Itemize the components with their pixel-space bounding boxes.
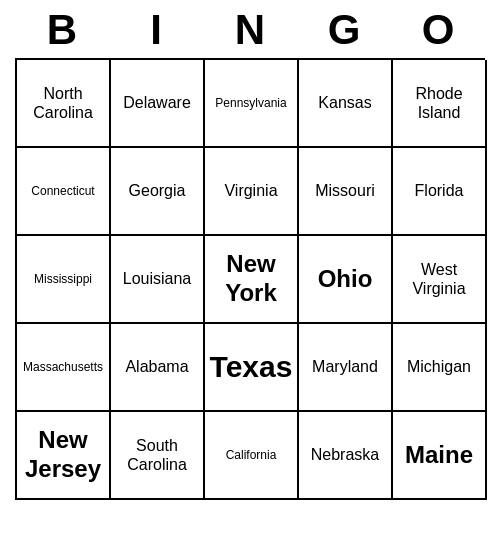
letter-o: O bbox=[394, 6, 482, 54]
bingo-cell: Kansas bbox=[299, 60, 393, 148]
bingo-cell: Maryland bbox=[299, 324, 393, 412]
letter-b: B bbox=[18, 6, 106, 54]
bingo-cell: Texas bbox=[205, 324, 299, 412]
bingo-cell: Nebraska bbox=[299, 412, 393, 500]
bingo-cell: Pennsylvania bbox=[205, 60, 299, 148]
bingo-cell: Louisiana bbox=[111, 236, 205, 324]
bingo-cell: California bbox=[205, 412, 299, 500]
bingo-cell: South Carolina bbox=[111, 412, 205, 500]
bingo-cell: North Carolina bbox=[17, 60, 111, 148]
letter-g: G bbox=[300, 6, 388, 54]
bingo-cell: Missouri bbox=[299, 148, 393, 236]
letter-n: N bbox=[206, 6, 294, 54]
bingo-grid: North CarolinaDelawarePennsylvaniaKansas… bbox=[15, 58, 485, 500]
bingo-cell: Rhode Island bbox=[393, 60, 487, 148]
bingo-cell: Mississippi bbox=[17, 236, 111, 324]
bingo-cell: New York bbox=[205, 236, 299, 324]
bingo-cell: West Virginia bbox=[393, 236, 487, 324]
bingo-cell: Georgia bbox=[111, 148, 205, 236]
bingo-cell: Massachusetts bbox=[17, 324, 111, 412]
bingo-cell: Connecticut bbox=[17, 148, 111, 236]
bingo-cell: Delaware bbox=[111, 60, 205, 148]
letter-i: I bbox=[112, 6, 200, 54]
bingo-cell: Michigan bbox=[393, 324, 487, 412]
bingo-cell: Virginia bbox=[205, 148, 299, 236]
bingo-cell: Alabama bbox=[111, 324, 205, 412]
bingo-cell: Ohio bbox=[299, 236, 393, 324]
bingo-cell: Maine bbox=[393, 412, 487, 500]
bingo-cell: New Jersey bbox=[17, 412, 111, 500]
bingo-header: B I N G O bbox=[15, 0, 485, 58]
bingo-cell: Florida bbox=[393, 148, 487, 236]
